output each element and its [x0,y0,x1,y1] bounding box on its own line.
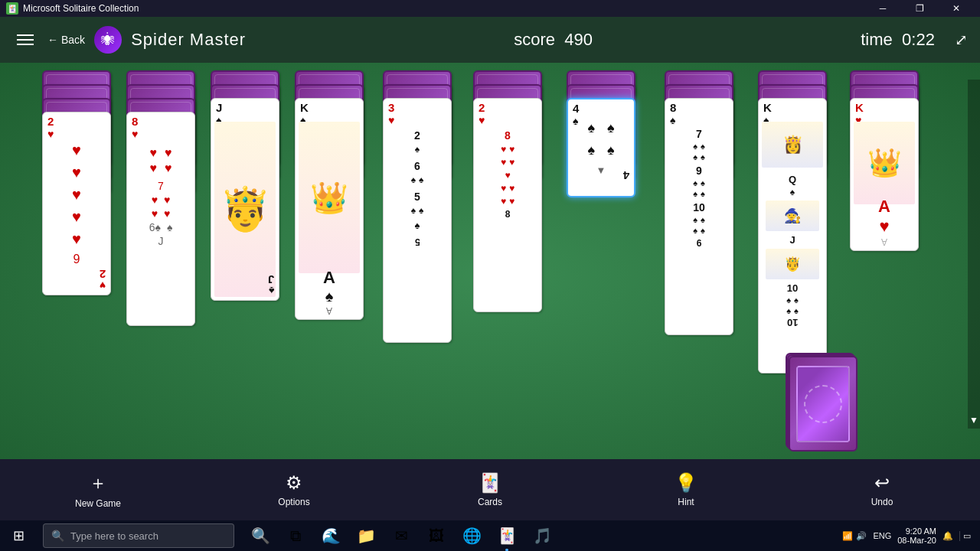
taskbar-solitaire[interactable]: 🃏 [490,520,524,551]
app-icon: 🃏 [6,2,18,15]
card-8-hearts[interactable]: 8 ♥ ♥♥ ♥♥ 7 ♥♥ ♥♥ 6♠♠ J [126,112,195,326]
undo-icon: ↩ [874,472,890,494]
clock: 9:20 AM 08-Mar-20 [897,527,936,545]
card-2-hearts[interactable]: 2 ♥ ♥ ♥ ♥ ♥ ♥ 9 2 ♥ [42,112,111,295]
maximize-button[interactable]: ❐ [902,0,937,17]
close-button[interactable]: ✕ [939,0,974,17]
search-icon: 🔍 [51,530,64,542]
card-4-spades-selected[interactable]: 4 ♠ ♠♠ ♠♠ ▼ 4 [567,98,635,197]
hint-label: Hint [678,497,694,507]
deck-pile[interactable] [789,356,858,452]
taskbar-mail[interactable]: ✉ [384,520,418,551]
new-game-button[interactable]: ＋ New Game [52,465,144,515]
cards-label: Cards [478,497,502,507]
new-game-label: New Game [75,498,121,509]
show-desktop[interactable]: ▭ [959,531,971,541]
systray: 📶 🔊 [842,531,867,541]
column-1[interactable]: 2 ♥ ♥ ♥ ♥ ♥ ♥ 9 2 ♥ [42,70,126,377]
taskbar-edge2[interactable]: 🌐 [455,520,488,551]
new-game-icon: ＋ [89,471,107,495]
scroll-indicator[interactable]: ▼ [968,80,980,429]
minimize-button[interactable]: ─ [865,0,900,17]
card-2-hearts-col6[interactable]: 2 ♥ 8 ♥♥ ♥♥ ♥ ♥♥ ♥♥ 8 [473,98,542,312]
search-placeholder: Type here to search [70,530,158,542]
taskbar-explorer[interactable]: 📁 [349,520,383,551]
title-bar: 🃏 Microsoft Solitaire Collection ─ ❐ ✕ [0,0,980,17]
card-3-hearts[interactable]: 3 ♥ 2 ♠ 6 ♠♠ 5 ♠♠ ♠ 5 [383,98,452,343]
hint-button[interactable]: 💡 Hint [640,466,732,514]
windows-icon: ⊞ [13,527,24,544]
hint-icon: 💡 [675,472,697,494]
card-jack-spades[interactable]: J ♠ 🤴 J ♠ [211,98,279,301]
card-king-hearts[interactable]: K ♥ 👑 A ♥ A [850,98,919,251]
options-icon: ⚙ [286,472,302,494]
taskbar-edge[interactable]: 🌊 [314,520,348,551]
volume-icon: 🔊 [856,531,867,541]
cards-button[interactable]: 🃏 Cards [444,466,536,514]
deck-card-back [789,356,858,452]
taskbar-task-view[interactable]: ⧉ [279,520,312,551]
card-king-spades[interactable]: K ♠ 👑 A ♠ A [295,98,364,320]
taskbar-photos[interactable]: 🖼 [420,520,453,551]
taskbar-spotify[interactable]: 🎵 [525,520,559,551]
toolbar: ＋ New Game ⚙ Options 🃏 Cards 💡 Hint ↩ Un… [0,459,980,520]
undo-label: Undo [871,497,893,507]
search-bar[interactable]: 🔍 Type here to search [43,523,234,548]
notification-icon[interactable]: 🔔 [942,531,953,541]
card-8-spades[interactable]: 8 ♠ 7 ♠♠ ♠♠ 9 ♠♠ ♠♠ 10 ♠♠ ♠♠ 6 [665,98,733,335]
start-button[interactable]: ⊞ [0,520,37,551]
network-icon: 📶 [842,531,853,541]
column-2[interactable]: 8 ♥ ♥♥ ♥♥ 7 ♥♥ ♥♥ 6♠♠ J [126,70,195,112]
score-display: score 490 [246,30,861,50]
window-title: Microsoft Solitaire Collection [23,3,139,14]
scroll-down-arrow[interactable]: ▼ [969,415,978,425]
date-display: 08-Mar-20 [897,536,936,545]
game-table[interactable]: 2 ♥ ♥ ♥ ♥ ♥ ♥ 9 2 ♥ 8 ♥ ♥♥ ♥♥ [0,63,980,490]
taskbar-right: 📶 🔊 ENG 9:20 AM 08-Mar-20 🔔 ▭ [842,527,980,545]
back-button[interactable]: ← Back [47,34,85,46]
options-button[interactable]: ⚙ Options [248,466,340,514]
taskbar: ⊞ 🔍 Type here to search 🔍 ⧉ 🌊 📁 ✉ 🖼 🌐 🃏 … [0,520,980,551]
expand-button[interactable]: ⤢ [955,31,968,48]
time-display: time 0:22 ⤢ [861,30,968,50]
game-title: Spider Master [131,30,246,50]
undo-button[interactable]: ↩ Undo [836,466,928,514]
taskbar-cortana[interactable]: 🔍 [243,520,277,551]
game-icon: 🕷 [94,26,122,54]
time-display: 9:20 AM [897,527,936,536]
cards-icon: 🃏 [479,472,501,494]
language-indicator[interactable]: ENG [873,531,891,540]
options-label: Options [278,497,309,507]
menu-button[interactable] [12,30,38,50]
card-king-spades-col9[interactable]: K ♠ 👸 Q ♠ 🧙 J 🤴 10 ♠♠ ♠♠ 10 [758,98,827,373]
taskbar-apps: 🔍 ⧉ 🌊 📁 ✉ 🖼 🌐 🃏 🎵 [243,520,559,551]
app-header: ← Back 🕷 Spider Master score 490 time 0:… [0,17,980,63]
